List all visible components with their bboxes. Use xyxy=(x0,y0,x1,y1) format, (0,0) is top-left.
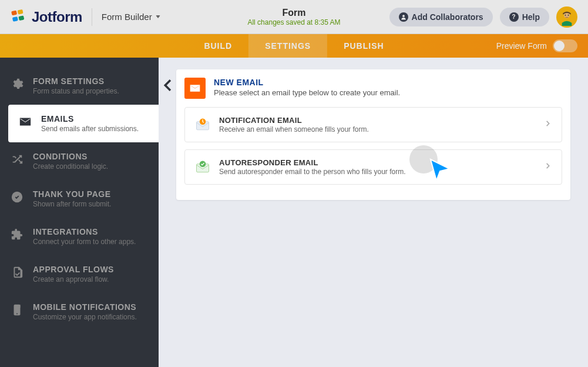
sidebar-item-label: MOBILE NOTIFICATIONS xyxy=(33,302,137,312)
option-title: NOTIFICATION EMAIL xyxy=(219,116,369,125)
option-desc: Receive an email when someone fills your… xyxy=(219,125,369,134)
notification-email-option[interactable]: NOTIFICATION EMAIL Receive an email when… xyxy=(184,107,562,142)
sidebar-item-desc: Customize your app notifications. xyxy=(33,313,137,321)
svg-point-7 xyxy=(565,14,566,15)
sidebar-item-conditions[interactable]: CONDITIONS Create conditional logic. xyxy=(0,142,159,180)
help-icon: ? xyxy=(509,12,519,22)
check-circle-icon xyxy=(11,191,23,203)
autoresponder-email-icon xyxy=(194,159,211,175)
sidebar-item-label: INTEGRATIONS xyxy=(33,227,136,236)
tab-settings[interactable]: SETTINGS xyxy=(248,34,327,58)
svg-point-8 xyxy=(568,14,569,15)
form-title[interactable]: Form xyxy=(247,8,340,18)
sidebar-item-label: CONDITIONS xyxy=(33,152,108,161)
envelope-icon xyxy=(19,115,32,128)
chevron-right-icon xyxy=(544,162,552,172)
preview-toggle[interactable] xyxy=(553,39,577,52)
tab-build[interactable]: BUILD xyxy=(187,34,248,58)
mobile-icon xyxy=(11,303,23,316)
sidebar-item-desc: Send emails after submissions. xyxy=(41,125,139,133)
sidebar-item-label: EMAILS xyxy=(41,114,139,124)
notification-email-icon xyxy=(194,116,211,133)
header-center: Form All changes saved at 8:35 AM xyxy=(247,8,340,26)
add-collaborators-button[interactable]: Add Collaborators xyxy=(389,8,493,26)
sidebar: FORM SETTINGS Form status and properties… xyxy=(0,58,159,367)
jotform-logo-icon xyxy=(11,9,27,25)
preview-form-label: Preview Form xyxy=(496,41,547,51)
sidebar-item-label: FORM SETTINGS xyxy=(33,76,119,86)
click-ripple xyxy=(409,145,438,174)
svg-rect-3 xyxy=(18,15,24,21)
sidebar-item-desc: Create an approval flow. xyxy=(33,275,114,283)
sidebar-item-desc: Form status and properties. xyxy=(33,87,119,95)
panel: NEW EMAIL Please select an email type be… xyxy=(176,69,570,200)
logo-text: Jotform xyxy=(32,9,82,25)
email-icon xyxy=(184,78,206,99)
sidebar-item-thank-you[interactable]: THANK YOU PAGE Shown after form submit. xyxy=(0,180,159,218)
autoresponder-email-option[interactable]: AUTORESPONDER EMAIL Send autoresponder e… xyxy=(184,149,562,185)
chevron-left-icon xyxy=(159,76,176,94)
svg-rect-2 xyxy=(12,16,18,22)
toggle-knob xyxy=(554,41,565,51)
tabs-bar: BUILD SETTINGS PUBLISH Preview Form xyxy=(0,34,588,58)
sidebar-item-label: APPROVAL FLOWS xyxy=(33,265,114,274)
add-collaborators-label: Add Collaborators xyxy=(412,12,483,22)
form-builder-dropdown[interactable]: Form Builder xyxy=(102,12,160,22)
help-label: Help xyxy=(522,12,540,22)
panel-subtitle: Please select an email type below to cre… xyxy=(214,88,400,97)
sidebar-item-integrations[interactable]: INTEGRATIONS Connect your form to other … xyxy=(0,218,159,255)
help-button[interactable]: ? Help xyxy=(500,8,549,26)
clipboard-check-icon xyxy=(11,266,23,279)
option-desc: Send autoresponder email to the person w… xyxy=(219,168,406,176)
sidebar-item-label: THANK YOU PAGE xyxy=(33,189,111,199)
option-title: AUTORESPONDER EMAIL xyxy=(219,158,406,167)
builder-label: Form Builder xyxy=(102,12,152,22)
panel-title: NEW EMAIL xyxy=(214,78,400,87)
svg-rect-0 xyxy=(11,10,17,15)
user-icon xyxy=(399,12,408,22)
sidebar-item-approval-flows[interactable]: APPROVAL FLOWS Create an approval flow. xyxy=(0,255,159,293)
cursor-icon xyxy=(428,158,452,182)
sidebar-item-desc: Create conditional logic. xyxy=(33,162,108,171)
logo[interactable]: Jotform xyxy=(11,9,82,25)
sidebar-item-emails[interactable]: EMAILS Send emails after submissions. xyxy=(8,105,159,142)
gear-icon xyxy=(11,78,23,91)
header: Jotform Form Builder Form All changes sa… xyxy=(0,0,588,34)
svg-point-4 xyxy=(402,15,405,17)
sidebar-item-mobile-notifications[interactable]: MOBILE NOTIFICATIONS Customize your app … xyxy=(0,293,159,331)
chevron-down-icon xyxy=(156,15,160,18)
tab-publish[interactable]: PUBLISH xyxy=(327,34,400,58)
avatar[interactable] xyxy=(556,6,577,28)
back-button[interactable] xyxy=(159,76,176,94)
sidebar-item-desc: Connect your form to other apps. xyxy=(33,238,136,246)
divider xyxy=(92,8,92,26)
shuffle-icon xyxy=(11,153,23,166)
svg-point-11 xyxy=(16,313,18,315)
chevron-right-icon xyxy=(544,119,552,130)
sidebar-item-desc: Shown after form submit. xyxy=(33,200,111,208)
avatar-icon xyxy=(558,8,576,26)
sidebar-item-form-settings[interactable]: FORM SETTINGS Form status and properties… xyxy=(0,67,159,105)
puzzle-icon xyxy=(11,228,23,241)
svg-rect-1 xyxy=(18,9,23,14)
save-status: All changes saved at 8:35 AM xyxy=(247,18,340,26)
